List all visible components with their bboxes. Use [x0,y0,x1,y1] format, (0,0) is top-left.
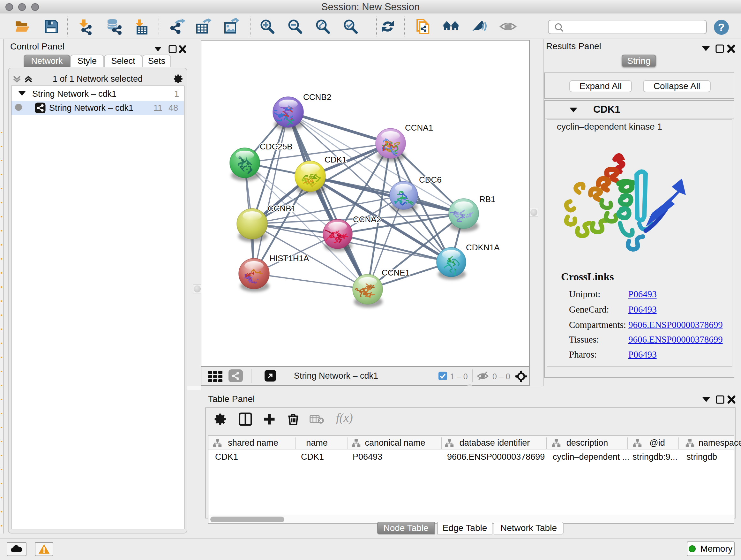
svg-text:CDC25B: CDC25B [260,142,293,151]
svg-text:CDK1: CDK1 [325,155,347,165]
svg-text:CCNB1: CCNB1 [268,204,296,213]
svg-text:CCNA2: CCNA2 [353,214,381,224]
svg-text:CCNA1: CCNA1 [405,123,433,132]
svg-text:CCNB2: CCNB2 [303,92,331,102]
svg-text:CDC6: CDC6 [419,175,442,185]
svg-text:CDKN1A: CDKN1A [466,243,500,252]
svg-text:RB1: RB1 [479,194,495,204]
svg-text:HIST1H1A: HIST1H1A [269,253,309,263]
svg-text:CCNE1: CCNE1 [382,268,410,277]
